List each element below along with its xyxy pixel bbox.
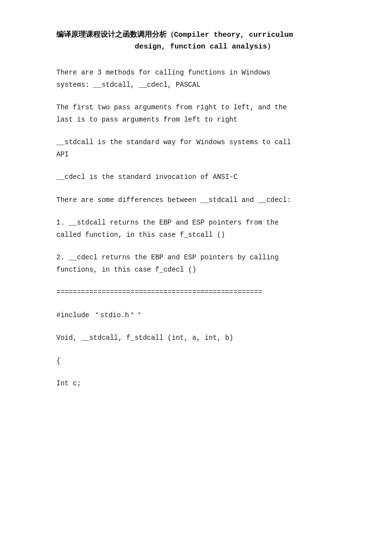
paragraph-1: There are 3 methods for calling function… [56,67,353,91]
paragraph-1-line1: There are 3 methods for calling function… [56,67,353,79]
title-block: 编译原理课程设计之函数调用分析（Compiler theory, curricu… [56,29,353,53]
paragraph-3: __stdcall is the standard way for Window… [56,136,353,160]
paragraph-6-line2: called function, in this case f_stcall (… [56,229,353,241]
page-container: 编译原理课程设计之函数调用分析（Compiler theory, curricu… [0,0,392,430]
paragraph-7-line1: 2. __cdecl returns the EBP and ESP point… [56,252,353,264]
paragraph-4-line1: __cdecl is the standard invocation of AN… [56,171,353,183]
paragraph-2-line1: The first two pass arguments from right … [56,101,353,114]
paragraph-6-line1: 1. __stdcall returns the EBP and ESP poi… [56,217,353,229]
code-block-3: { [56,355,353,367]
code-block: #include ＂stdio.h＂＂ [56,309,353,322]
code-line-6: Int c; [56,378,353,390]
code-line-4: { [56,355,353,367]
paragraph-5-line1: There are some differences between __std… [56,194,353,206]
code-line-1: #include ＂stdio.h＂＂ [56,309,353,322]
code-block-4: Int c; [56,378,353,390]
paragraph-2-line2: last is to pass arguments from left to r… [56,114,353,126]
paragraph-6: 1. __stdcall returns the EBP and ESP poi… [56,217,353,241]
title-line2: design, function call analysis） [56,41,353,53]
paragraph-3-line2: API [56,149,353,161]
code-line-3: Void, __stdcall, f_stdcall (int, a, int,… [56,332,353,344]
paragraph-7: 2. __cdecl returns the EBP and ESP point… [56,252,353,276]
divider: ========================================… [56,286,353,299]
code-block-2: Void, __stdcall, f_stdcall (int, a, int,… [56,332,353,344]
title-line1: 编译原理课程设计之函数调用分析（Compiler theory, curricu… [56,29,353,41]
paragraph-5: There are some differences between __std… [56,194,353,206]
paragraph-7-line2: functions, in this case f_cdecl () [56,264,353,276]
paragraph-2: The first two pass arguments from right … [56,101,353,126]
paragraph-1-line2: systems: __stdcall, __cdecl, PASCAL [56,79,353,91]
paragraph-4: __cdecl is the standard invocation of AN… [56,171,353,183]
paragraph-3-line1: __stdcall is the standard way for Window… [56,136,353,149]
